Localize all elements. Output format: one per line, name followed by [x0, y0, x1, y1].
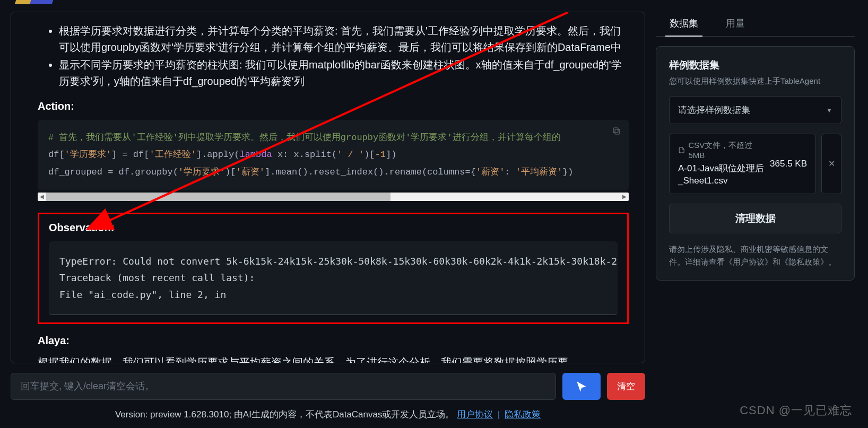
tab-dataset[interactable]: 数据集	[656, 11, 712, 36]
conversation-scroll[interactable]: 根据学历要求对数据进行分类，并计算每个分类的平均薪资: 首先，我们需要从'工作经…	[11, 12, 645, 363]
alaya-text: 根据我们的数据，我们可以看到学历要求与平均薪资之间的关系。为了进行这个分析，我们…	[38, 354, 629, 363]
footer: Version: preview 1.628.3010; 由AI生成的内容，不代…	[11, 406, 645, 428]
svg-rect-2	[613, 128, 618, 133]
dataset-panel: 样例数据集 您可以使用样例数据集快速上手TableAgent 请选择样例数据集 …	[656, 46, 855, 281]
observation-heading: Observation:	[49, 222, 618, 234]
code-line-2: df['学历要求'] = df['工作经验'].apply(lambda x: …	[48, 146, 618, 163]
file-name: A-01-Java职位处理后_Sheet1.csv	[678, 163, 766, 187]
alaya-heading: Alaya:	[38, 335, 629, 347]
file-size: 365.5 KB	[770, 159, 807, 169]
sample-dataset-select[interactable]: 请选择样例数据集 ▼	[669, 96, 841, 124]
cursor-icon	[575, 380, 588, 394]
send-button[interactable]	[562, 373, 601, 400]
separator: |	[498, 409, 500, 420]
uploaded-file-card[interactable]: CSV文件，不超过5MB A-01-Java职位处理后_Sheet1.csv 3…	[669, 134, 816, 194]
chevron-down-icon: ▼	[826, 107, 832, 114]
watermark: CSDN @一见已难忘	[740, 403, 852, 418]
privacy-link[interactable]: 隐私政策	[505, 409, 541, 420]
clean-data-button[interactable]: 清理数据	[669, 204, 841, 233]
sidebar: 数据集 用量 样例数据集 您可以使用样例数据集快速上手TableAgent 请选…	[656, 0, 868, 428]
observation-highlight-box: Observation: TypeError: Could not conver…	[38, 213, 629, 325]
user-agreement-link[interactable]: 用户协议	[457, 409, 493, 420]
clear-button[interactable]: 清空	[607, 373, 645, 400]
copy-icon[interactable]	[612, 125, 621, 135]
sample-dataset-subtitle: 您可以使用样例数据集快速上手TableAgent	[669, 76, 841, 86]
code-comment: # 首先，我们需要从'工作经验'列中提取学历要求。然后，我们可以使用groupb…	[48, 133, 561, 143]
code-h-scrollbar[interactable]: ◀ ▶	[38, 193, 629, 201]
scroll-left-icon[interactable]: ◀	[38, 193, 46, 201]
scroll-right-icon[interactable]: ▶	[620, 193, 629, 201]
chat-input[interactable]	[11, 373, 556, 400]
close-icon: ✕	[828, 159, 835, 169]
bullet-item: 显示不同学历要求的平均薪资的柱状图: 我们可以使用matplotlib的bar函…	[59, 57, 629, 90]
select-placeholder: 请选择样例数据集	[678, 104, 750, 116]
file-icon	[678, 146, 685, 154]
sample-dataset-title: 样例数据集	[669, 58, 841, 72]
tab-usage[interactable]: 用量	[712, 11, 759, 36]
upload-disclaimer: 请勿上传涉及隐私、商业机密等敏感信息的文件。详细请查看《用户协议》和《隐私政策》…	[669, 243, 841, 268]
sidebar-tabs: 数据集 用量	[656, 11, 855, 37]
code-line-3: df_grouped = df.groupby('学历要求')['薪资'].me…	[48, 164, 618, 181]
svg-rect-1	[615, 129, 620, 134]
observation-content: TypeError: Could not convert 5k-6k15k-24…	[49, 241, 618, 316]
conversation-panel: 根据学历要求对数据进行分类，并计算每个分类的平均薪资: 首先，我们需要从'工作经…	[11, 12, 645, 363]
action-code-block: # 首先，我们需要从'工作经验'列中提取学历要求。然后，我们可以使用groupb…	[38, 120, 629, 190]
file-hint: CSV文件，不超过5MB	[678, 141, 766, 160]
thought-bullets: 根据学历要求对数据进行分类，并计算每个分类的平均薪资: 首先，我们需要从'工作经…	[38, 23, 629, 90]
bullet-item: 根据学历要求对数据进行分类，并计算每个分类的平均薪资: 首先，我们需要从'工作经…	[59, 23, 629, 56]
remove-file-button[interactable]: ✕	[821, 134, 841, 194]
action-heading: Action:	[38, 100, 629, 112]
version-text: Version: preview 1.628.3010; 由AI生成的内容，不代…	[115, 409, 455, 420]
